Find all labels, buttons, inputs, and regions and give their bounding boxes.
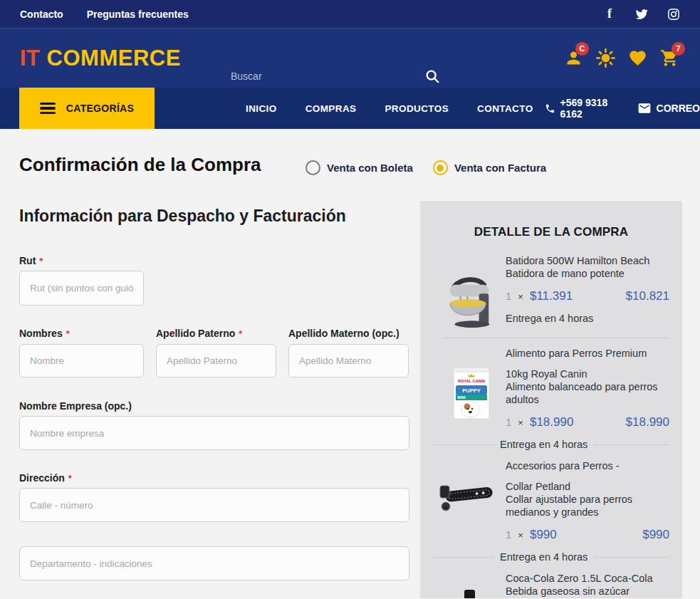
search-icon[interactable] bbox=[424, 68, 440, 87]
rut-label: Rut* bbox=[19, 255, 43, 266]
required-marker: * bbox=[239, 328, 242, 339]
item-qty: 1 bbox=[506, 290, 511, 303]
nav-link-compras[interactable]: COMPRAS bbox=[305, 103, 357, 114]
cart-icon[interactable]: 7 bbox=[659, 48, 680, 69]
topbar: Contacto Preguntas frecuentes f bbox=[0, 0, 700, 28]
item-unit-price: $11.391 bbox=[530, 290, 573, 303]
nombres-input[interactable] bbox=[19, 344, 144, 377]
nav-link-productos[interactable]: PRODUCTOS bbox=[385, 103, 449, 114]
item-name-line2: Collar Petland bbox=[506, 480, 669, 493]
calle-input[interactable] bbox=[19, 488, 409, 522]
price-row: 1 × $18.990 $18.990 bbox=[506, 416, 669, 429]
topbar-link-contacto[interactable]: Contacto bbox=[20, 9, 63, 20]
times-symbol: × bbox=[518, 529, 523, 542]
item-description: Bebida gaseosa sin azúcar bbox=[506, 585, 669, 598]
categories-label: CATEGORÍAS bbox=[66, 103, 134, 114]
item-name-line2: 10kg Royal Canin bbox=[506, 368, 669, 380]
topbar-link-faq[interactable]: Preguntas frecuentes bbox=[87, 9, 189, 20]
item-description: Alimento balanceado para perros adultos bbox=[506, 380, 669, 406]
apellido-materno-input[interactable] bbox=[288, 344, 409, 377]
wishlist-heart-icon[interactable] bbox=[627, 48, 648, 69]
logo[interactable]: ITCOMMERCE bbox=[20, 46, 181, 71]
cart-item-collar: Accesorios para Perros - Co bbox=[420, 459, 682, 563]
item-name: Alimento para Perros Premium bbox=[506, 347, 669, 360]
departamento-input[interactable] bbox=[19, 546, 409, 580]
delivery-note: Entrega en 4 horas bbox=[506, 312, 669, 325]
apellido-materno-label: Apellido Materno (opc.) bbox=[288, 328, 399, 339]
product-image-collar bbox=[437, 478, 497, 521]
social-links: f bbox=[603, 8, 680, 21]
search-input[interactable] bbox=[229, 69, 413, 90]
required-marker: * bbox=[68, 473, 72, 484]
radio-label-factura: Venta con Factura bbox=[454, 162, 546, 174]
item-unit-price: $18.990 bbox=[530, 416, 573, 429]
nav-link-inicio[interactable]: INICIO bbox=[246, 103, 277, 114]
theme-sun-icon[interactable] bbox=[595, 48, 616, 69]
account-icon[interactable]: C bbox=[563, 48, 584, 69]
item-name: Accesorios para Perros - bbox=[506, 459, 669, 472]
item-name: Batidora 500W Hamilton Beach bbox=[506, 254, 669, 267]
item-total: $18.990 bbox=[626, 416, 669, 429]
nav-link-contacto[interactable]: CONTACTO bbox=[477, 103, 533, 114]
price-row: 1 × $990 $990 bbox=[506, 528, 669, 542]
empresa-label: Nombre Empresa (opc.) bbox=[19, 400, 132, 412]
times-symbol: × bbox=[518, 291, 523, 303]
phone-icon bbox=[545, 103, 555, 115]
facebook-icon[interactable]: f bbox=[603, 8, 616, 21]
empresa-input[interactable] bbox=[19, 416, 409, 450]
item-name-line2: Batidora de mano potente bbox=[506, 267, 669, 280]
cart-item-batidora: Batidora 500W Hamilton Beach Batidora de… bbox=[420, 254, 682, 338]
item-description: Collar ajustable para perros medianos y … bbox=[506, 493, 669, 519]
item-total: $990 bbox=[642, 528, 669, 541]
nombres-label: Nombres* bbox=[19, 328, 70, 339]
item-unit-price: $990 bbox=[530, 528, 557, 541]
times-symbol: × bbox=[518, 417, 523, 429]
radio-circle-factura[interactable] bbox=[433, 160, 448, 175]
required-marker: * bbox=[39, 256, 43, 266]
radio-label-boleta: Venta con Boleta bbox=[327, 162, 413, 174]
direccion-label: Dirección* bbox=[19, 472, 72, 484]
form-heading: Información para Despacho y Facturación bbox=[19, 207, 346, 226]
item-qty: 1 bbox=[506, 528, 511, 541]
cart-item-alimento: Alimento para Perros Premium ROYAL CANIN… bbox=[420, 347, 682, 451]
product-image-dogfood: ROYAL CANIN PUPPY MINI bbox=[453, 367, 490, 422]
twitter-icon[interactable] bbox=[635, 8, 648, 21]
categories-button[interactable]: CATEGORÍAS bbox=[19, 88, 155, 129]
phone-link[interactable]: +569 9318 6162 bbox=[545, 97, 625, 120]
mail-link[interactable]: CORREO bbox=[637, 101, 700, 115]
page-title: Confirmación de la Compra bbox=[19, 154, 261, 176]
logo-part-it: IT bbox=[20, 46, 41, 71]
radio-venta-boleta[interactable]: Venta con Boleta bbox=[305, 160, 413, 175]
hamburger-icon bbox=[40, 103, 56, 115]
radio-circle-boleta[interactable] bbox=[305, 160, 320, 175]
order-summary-panel: DETALLE DE LA COMPRA Batidora 500W Hamil… bbox=[420, 201, 682, 598]
main-content: Confirmación de la Compra Venta con Bole… bbox=[0, 129, 700, 598]
mail-icon bbox=[637, 101, 652, 115]
required-marker: * bbox=[66, 328, 70, 339]
rut-input[interactable] bbox=[19, 271, 144, 306]
sale-type-radios: Venta con Boleta Venta con Factura bbox=[305, 160, 546, 175]
radio-venta-factura[interactable]: Venta con Factura bbox=[433, 160, 546, 175]
svg-text:PUPPY: PUPPY bbox=[462, 387, 480, 394]
apellido-paterno-input[interactable] bbox=[156, 344, 276, 377]
order-summary-heading: DETALLE DE LA COMPRA bbox=[420, 225, 682, 239]
price-row: 1 × $11.391 $10.821 bbox=[506, 290, 669, 303]
item-qty: 1 bbox=[506, 416, 511, 429]
main-nav: CATEGORÍAS INICIO COMPRAS PRODUCTOS CONT… bbox=[0, 88, 700, 129]
item-name: Coca-Cola Zero 1.5L Coca-Cola bbox=[506, 572, 669, 585]
apellido-paterno-label: Apellido Paterno* bbox=[156, 328, 242, 339]
product-image-cocacola bbox=[464, 590, 475, 598]
delivery-note: Entrega en 4 horas bbox=[433, 438, 669, 451]
header: ITCOMMERCE C 7 bbox=[0, 28, 700, 88]
delivery-note: Entrega en 4 horas bbox=[433, 551, 669, 563]
account-badge: C bbox=[575, 42, 589, 56]
item-divider bbox=[443, 338, 669, 338]
instagram-icon[interactable] bbox=[667, 8, 680, 21]
item-total: $10.821 bbox=[626, 290, 669, 303]
cart-items: Batidora 500W Hamilton Beach Batidora de… bbox=[420, 254, 682, 598]
cart-item-cocacola: Coca-Cola Zero 1.5L Coca-Cola Bebida gas… bbox=[420, 572, 682, 598]
nav-links: INICIO COMPRAS PRODUCTOS CONTACTO +569 9… bbox=[246, 97, 700, 120]
svg-text:ROYAL CANIN: ROYAL CANIN bbox=[458, 379, 485, 383]
phone-number: +569 9318 6162 bbox=[560, 97, 625, 120]
product-image-mixer bbox=[442, 276, 497, 331]
